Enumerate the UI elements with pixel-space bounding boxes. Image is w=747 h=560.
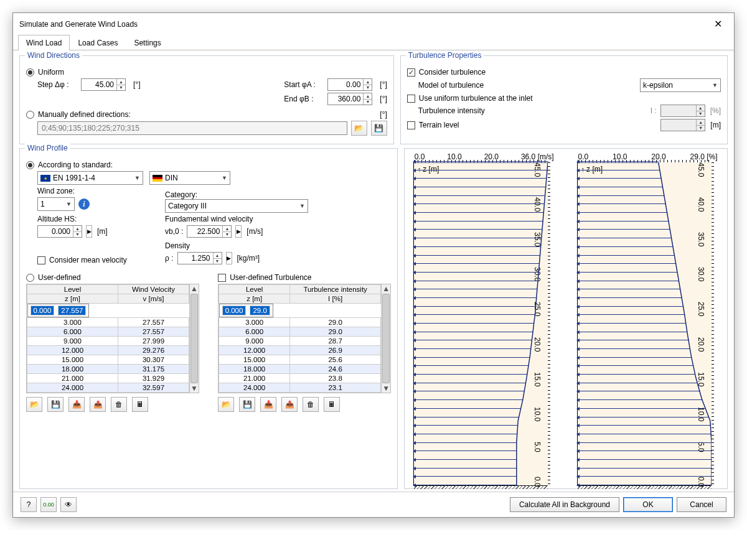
input-density[interactable] — [178, 253, 213, 264]
spin-terrain: ▲▼ — [660, 119, 705, 131]
input-vb0[interactable] — [187, 226, 222, 237]
table-turbulence[interactable]: LevelTurbulence intensityz [m]I [%]0.000… — [218, 284, 391, 393]
scrollbar[interactable]: ▲▼ — [381, 284, 390, 393]
chevron-down-icon[interactable]: ▼ — [382, 384, 390, 393]
table-row[interactable]: 0.00029.0 — [219, 304, 273, 317]
save-icon[interactable]: 💾 — [239, 397, 255, 412]
table-row[interactable]: 15.00030.307 — [27, 355, 189, 365]
preview-icon[interactable]: 👁 — [60, 497, 77, 512]
table-row[interactable]: 6.00029.0 — [219, 327, 381, 337]
spin-altitude[interactable]: ▲▼ — [37, 225, 82, 238]
radio-userdef[interactable] — [26, 274, 34, 282]
chevron-up-icon[interactable]: ▲ — [73, 226, 82, 231]
table-row[interactable]: 21.00023.8 — [219, 374, 381, 383]
check-terrain[interactable] — [407, 121, 415, 129]
calculator-icon[interactable]: 🖩 — [324, 397, 340, 412]
excel-import-icon[interactable]: 📥 — [260, 397, 276, 412]
chevron-down-icon[interactable]: ▼ — [363, 99, 372, 105]
ok-button[interactable]: OK — [623, 497, 673, 512]
open-icon[interactable]: 📂 — [351, 121, 367, 136]
chevron-up-icon[interactable]: ▲ — [116, 79, 125, 85]
chevron-up-icon[interactable]: ▲ — [382, 284, 390, 293]
input-altitude[interactable] — [38, 226, 73, 237]
chevron-up-icon[interactable]: ▲ — [190, 284, 198, 293]
chevron-down-icon[interactable]: ▼ — [213, 258, 222, 264]
input-manual-directions[interactable] — [37, 121, 347, 135]
chevron-up-icon[interactable]: ▲ — [363, 79, 372, 85]
label-terrain: Terrain level — [419, 121, 657, 129]
chevron-right-icon[interactable]: ▶ — [86, 225, 92, 238]
select-windzone[interactable]: 1▼ — [37, 197, 75, 211]
dialog: Simulate and Generate Wind Loads ✕ Wind … — [12, 12, 735, 518]
help-icon[interactable]: ? — [21, 497, 37, 512]
chevron-up-icon[interactable]: ▲ — [213, 253, 222, 258]
select-annex[interactable]: DIN▼ — [149, 171, 230, 185]
excel-import-icon[interactable]: 📥 — [68, 397, 85, 412]
chevron-down-icon[interactable]: ▼ — [73, 231, 82, 238]
table-row[interactable]: 24.00023.1 — [219, 383, 381, 393]
chevron-right-icon[interactable]: ▶ — [235, 225, 242, 238]
info-icon[interactable]: i — [78, 198, 90, 210]
spin-density[interactable]: ▲▼ — [177, 252, 222, 264]
check-mean-velocity[interactable] — [37, 256, 45, 264]
open-icon[interactable]: 📂 — [26, 397, 42, 412]
delete-icon[interactable]: 🗑 — [111, 397, 127, 412]
table-row[interactable]: 3.00027.557 — [27, 318, 189, 327]
table-row[interactable]: 15.00025.6 — [219, 355, 381, 365]
input-end[interactable] — [328, 93, 363, 105]
scrollbar[interactable]: ▲▼ — [189, 284, 199, 393]
calc-background-button[interactable]: Calculate All in Background — [510, 497, 619, 512]
delete-icon[interactable]: 🗑 — [303, 397, 319, 412]
chevron-right-icon[interactable]: ▶ — [226, 252, 232, 264]
spin-start[interactable]: ▲▼ — [327, 78, 372, 91]
chevron-up-icon[interactable]: ▲ — [222, 226, 231, 231]
open-icon[interactable]: 📂 — [218, 397, 234, 412]
table-row[interactable]: 12.00029.276 — [27, 346, 189, 355]
table-row[interactable]: 18.00031.175 — [27, 365, 189, 374]
save-icon[interactable]: 💾 — [47, 397, 63, 412]
table-row[interactable]: 21.00031.929 — [27, 374, 189, 383]
table-row[interactable]: 0.00027.557 — [27, 304, 90, 317]
cancel-button[interactable]: Cancel — [677, 497, 726, 512]
input-step[interactable] — [82, 79, 116, 90]
tab-settings[interactable]: Settings — [126, 35, 169, 50]
select-standard[interactable]: ★EN 1991-1-4▼ — [37, 171, 143, 185]
radio-manual[interactable] — [26, 111, 34, 119]
select-category[interactable]: Category III▼ — [165, 199, 308, 213]
radio-according[interactable] — [26, 161, 34, 169]
table-row[interactable]: 12.00026.9 — [219, 346, 381, 355]
spin-end[interactable]: ▲▼ — [327, 93, 372, 105]
chevron-down-icon[interactable]: ▼ — [222, 231, 231, 238]
chevron-down-icon[interactable]: ▼ — [116, 85, 125, 91]
table-row[interactable]: 24.00032.597 — [27, 383, 189, 393]
table-row[interactable]: 9.00027.999 — [27, 337, 189, 346]
table-velocity[interactable]: LevelWind Velocityz [m]v [m/s]0.00027.55… — [26, 284, 199, 393]
chevron-down-icon[interactable]: ▼ — [190, 384, 198, 393]
table-row[interactable]: 3.00029.0 — [219, 318, 381, 327]
save-icon[interactable]: 💾 — [371, 121, 387, 136]
tab-load-cases[interactable]: Load Cases — [70, 35, 126, 50]
table-row[interactable]: 18.00024.6 — [219, 365, 381, 374]
check-userturb[interactable] — [218, 274, 226, 282]
check-uniform-inlet[interactable] — [407, 95, 415, 103]
excel-export-icon[interactable]: 📤 — [90, 397, 106, 412]
close-icon[interactable]: ✕ — [708, 18, 728, 30]
spin-vb0[interactable]: ▲▼ — [187, 225, 232, 238]
radio-uniform[interactable] — [26, 68, 34, 77]
select-turbulence-model[interactable]: k-epsilon▼ — [640, 78, 721, 92]
check-consider-turbulence[interactable] — [407, 68, 415, 77]
units-icon[interactable]: 0.00 — [40, 497, 57, 512]
spin-step[interactable]: ▲▼ — [81, 78, 126, 91]
scrollbar-thumb[interactable] — [382, 294, 390, 383]
calculator-icon[interactable]: 🖩 — [132, 397, 148, 412]
input-start[interactable] — [328, 79, 363, 90]
scrollbar-thumb[interactable] — [190, 294, 198, 383]
tab-wind-load[interactable]: Wind Load — [18, 35, 70, 50]
legend-wind-profile: Wind Profile — [25, 144, 70, 152]
chevron-up-icon[interactable]: ▲ — [363, 93, 372, 99]
table-row[interactable]: 6.00027.557 — [27, 327, 189, 337]
unit-kgm3: [kg/m³] — [237, 254, 260, 263]
excel-export-icon[interactable]: 📤 — [281, 397, 298, 412]
chevron-down-icon[interactable]: ▼ — [363, 85, 372, 91]
table-row[interactable]: 9.00028.7 — [219, 337, 381, 346]
